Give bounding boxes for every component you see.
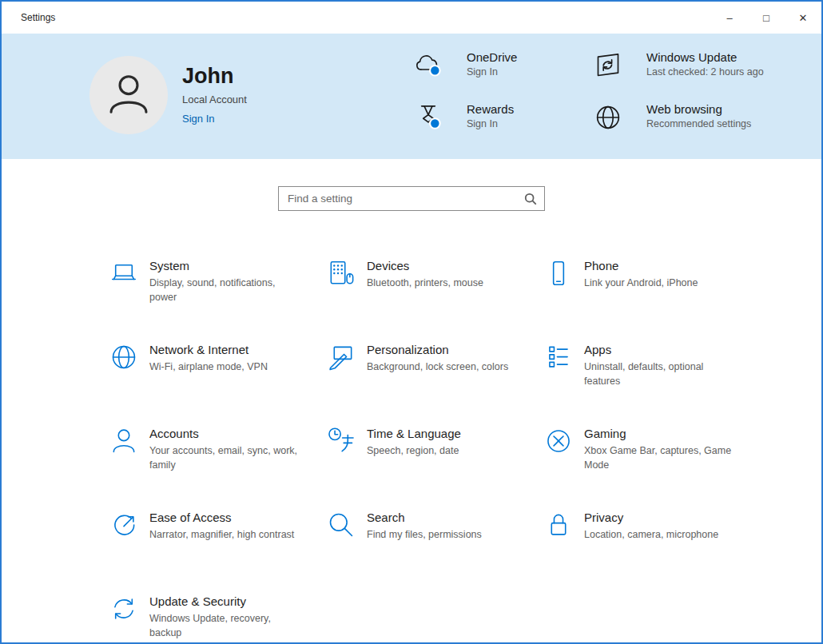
system-icon (109, 258, 139, 288)
search-row (2, 159, 821, 211)
avatar[interactable] (89, 56, 168, 134)
category-subtitle: Display, sound, notifications, power (149, 276, 298, 304)
user-name: John (182, 65, 247, 87)
user-block: John Local Account Sign In (89, 56, 247, 134)
update-security-icon (109, 594, 139, 624)
category-subtitle: Find my files, permissions (367, 528, 482, 543)
category-subtitle: Uninstall, defaults, optional features (584, 360, 733, 388)
search-box (278, 186, 545, 211)
windows-update-icon (592, 50, 624, 81)
phone-icon (543, 258, 574, 288)
settings-window: Settings – □ ✕ John Local Account Sign I… (0, 0, 823, 644)
apps-icon (543, 342, 574, 372)
category-tile-ease-of-access[interactable]: Ease of Access Narrator, magnifier, high… (109, 509, 326, 566)
close-button[interactable]: ✕ (785, 2, 821, 34)
personalization-icon (326, 342, 356, 372)
category-title: Devices (367, 257, 483, 272)
user-text: John Local Account Sign In (182, 65, 247, 125)
search-icon[interactable] (524, 193, 537, 205)
category-title: Apps (584, 341, 733, 356)
quicklink-title: OneDrive (467, 50, 517, 64)
category-subtitle: Bluetooth, printers, mouse (367, 276, 483, 291)
quicklink-title: Web browsing (646, 101, 751, 116)
network-internet-icon (109, 342, 139, 372)
maximize-button[interactable]: □ (748, 2, 785, 34)
gaming-icon (543, 426, 574, 456)
quicklink-windows-update[interactable]: Windows Update Last checked: 2 hours ago (592, 50, 764, 101)
category-tile-update-security[interactable]: Update & Security Windows Update, recove… (109, 593, 326, 644)
category-tile-gaming[interactable]: Gaming Xbox Game Bar, captures, Game Mod… (543, 425, 761, 483)
category-title: Accounts (149, 425, 298, 440)
category-title: Search (367, 509, 482, 524)
category-subtitle: Xbox Game Bar, captures, Game Mode (584, 444, 733, 472)
category-subtitle: Wi-Fi, airplane mode, VPN (149, 360, 268, 375)
quicklink-web-browsing[interactable]: Web browsing Recommended settings (592, 101, 764, 153)
category-tile-apps[interactable]: Apps Uninstall, defaults, optional featu… (543, 341, 761, 399)
titlebar: Settings – □ ✕ (2, 2, 821, 34)
globe-icon (592, 101, 624, 133)
category-title: System (149, 257, 298, 272)
category-title: Phone (584, 257, 698, 272)
quick-links-column-2: Windows Update Last checked: 2 hours ago… (592, 50, 764, 153)
category-tile-phone[interactable]: Phone Link your Android, iPhone (543, 257, 761, 315)
category-subtitle: Your accounts, email, sync, work, family (149, 444, 298, 472)
quicklink-onedrive[interactable]: OneDrive Sign In (412, 50, 517, 101)
category-subtitle: Speech, region, date (367, 444, 461, 459)
quicklink-subtitle: Recommended settings (646, 118, 751, 129)
devices-icon (326, 258, 356, 288)
category-tile-search[interactable]: Search Find my files, permissions (326, 509, 543, 566)
category-subtitle: Narrator, magnifier, high contrast (149, 528, 294, 543)
category-subtitle: Background, lock screen, colors (367, 360, 508, 375)
category-title: Update & Security (149, 593, 298, 608)
category-subtitle: Windows Update, recovery, backup (149, 612, 298, 640)
categories-grid: System Display, sound, notifications, po… (109, 257, 821, 644)
settings-home: System Display, sound, notifications, po… (2, 159, 821, 642)
category-subtitle: Location, camera, microphone (584, 528, 718, 543)
search-category-icon (326, 510, 356, 540)
onedrive-cloud-icon (412, 50, 444, 81)
quicklink-subtitle: Last checked: 2 hours ago (646, 66, 764, 78)
category-title: Personalization (367, 341, 508, 356)
category-subtitle: Link your Android, iPhone (584, 276, 698, 291)
window-title: Settings (2, 12, 55, 23)
category-tile-system[interactable]: System Display, sound, notifications, po… (109, 257, 326, 315)
category-tile-devices[interactable]: Devices Bluetooth, printers, mouse (326, 257, 543, 315)
account-header: John Local Account Sign In OneDrive Sign… (2, 34, 821, 159)
person-icon (104, 69, 153, 121)
quicklink-subtitle: Sign In (467, 118, 498, 129)
ease-of-access-icon (109, 510, 139, 540)
category-tile-accounts[interactable]: Accounts Your accounts, email, sync, wor… (109, 425, 326, 483)
minimize-button[interactable]: – (711, 2, 748, 34)
account-type-label: Local Account (182, 93, 247, 105)
quicklink-subtitle: Sign In (467, 66, 498, 78)
quick-links-column-1: OneDrive Sign In Rewards Sign In (412, 50, 517, 153)
rewards-icon (412, 101, 444, 133)
window-controls: – □ ✕ (711, 2, 821, 34)
category-title: Ease of Access (149, 509, 294, 524)
sign-in-link[interactable]: Sign In (182, 113, 214, 125)
category-title: Gaming (584, 425, 733, 440)
accounts-icon (109, 426, 139, 456)
category-title: Network & Internet (149, 341, 268, 356)
quicklink-title: Rewards (467, 101, 514, 116)
quicklink-title: Windows Update (646, 50, 764, 64)
category-tile-personalization[interactable]: Personalization Background, lock screen,… (326, 341, 543, 399)
category-title: Privacy (584, 509, 718, 524)
quicklink-rewards[interactable]: Rewards Sign In (412, 101, 517, 153)
privacy-icon (543, 510, 574, 540)
search-input[interactable] (279, 187, 544, 210)
category-title: Time & Language (367, 425, 461, 440)
category-tile-privacy[interactable]: Privacy Location, camera, microphone (543, 509, 761, 566)
time-language-icon (326, 426, 356, 456)
category-tile-network[interactable]: Network & Internet Wi-Fi, airplane mode,… (109, 341, 326, 399)
category-tile-time-language[interactable]: Time & Language Speech, region, date (326, 425, 543, 483)
